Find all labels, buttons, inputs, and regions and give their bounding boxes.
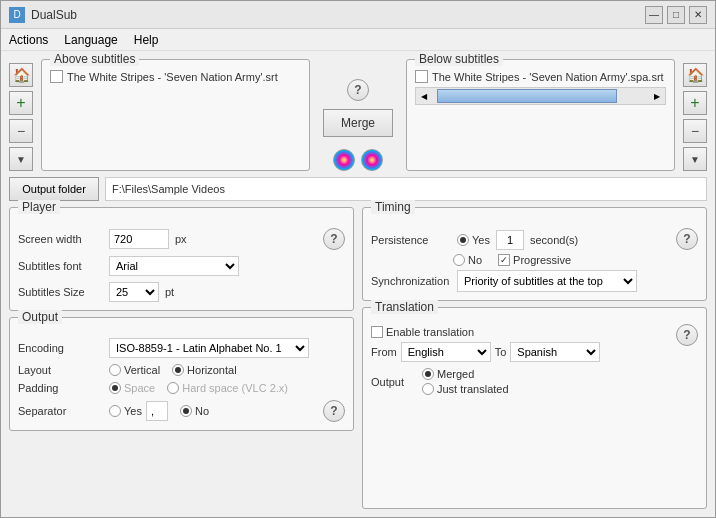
screen-width-label: Screen width [18, 233, 103, 245]
persistence-row: Persistence Yes second(s) [371, 230, 637, 250]
output-merged-radio[interactable] [422, 368, 434, 380]
subtitles-font-select[interactable]: Arial [109, 256, 239, 276]
from-to-row: From English To Spanish [371, 342, 600, 362]
translation-help-button[interactable]: ? [676, 324, 698, 346]
menu-language[interactable]: Language [56, 31, 125, 49]
right-up-button[interactable]: 🏠 [683, 63, 707, 87]
padding-hard-space-label: Hard space (VLC 2.x) [182, 382, 288, 394]
color-picker-above[interactable] [333, 149, 355, 171]
color-picker-below[interactable] [361, 149, 383, 171]
player-group: Player Screen width px ? Subtitles font … [9, 207, 354, 311]
output-just-translated-radio[interactable] [422, 383, 434, 395]
layout-horizontal-radio[interactable] [172, 364, 184, 376]
below-subtitle-checkbox[interactable] [415, 70, 428, 83]
encoding-row: Encoding ISO-8859-1 - Latin Alphabet No.… [18, 338, 345, 358]
left-up-button[interactable]: 🏠 [9, 63, 33, 87]
persistence-yes-radio[interactable] [457, 234, 469, 246]
player-label: Player [18, 200, 60, 214]
separator-yes-label: Yes [124, 405, 142, 417]
separator-no-radio[interactable] [180, 405, 192, 417]
from-language-select[interactable]: English [401, 342, 491, 362]
minimize-button[interactable]: — [645, 6, 663, 24]
from-label: From [371, 346, 397, 358]
right-down-button[interactable]: ▼ [683, 147, 707, 171]
enable-translation-option[interactable]: Enable translation [371, 326, 600, 338]
timing-left: Persistence Yes second(s) [371, 226, 637, 292]
separator-yes-option[interactable]: Yes [109, 405, 142, 417]
persistence-no-label: No [468, 254, 482, 266]
left-down-button[interactable]: ▼ [9, 147, 33, 171]
right-remove-button[interactable]: − [683, 119, 707, 143]
above-subtitle-filename: The White Stripes - 'Seven Nation Army'.… [67, 71, 278, 83]
scroll-thumb[interactable] [437, 89, 617, 103]
subtitles-size-row: Subtitles Size 25 pt [18, 282, 345, 302]
output-merged-option[interactable]: Merged [422, 368, 509, 380]
maximize-button[interactable]: □ [667, 6, 685, 24]
right-add-button[interactable]: + [683, 91, 707, 115]
persistence-no-radio[interactable] [453, 254, 465, 266]
separator-yes-radio[interactable] [109, 405, 121, 417]
encoding-select[interactable]: ISO-8859-1 - Latin Alphabet No. 1 [109, 338, 309, 358]
persistence-label: Persistence [371, 234, 451, 246]
output-help-button[interactable]: ? [323, 400, 345, 422]
scroll-track[interactable] [432, 88, 649, 104]
menu-actions[interactable]: Actions [1, 31, 56, 49]
padding-space-radio[interactable] [109, 382, 121, 394]
timing-help-button[interactable]: ? [676, 228, 698, 250]
synchronization-row: Synchronization Priority of subtitles at… [371, 270, 637, 292]
persistence-value-input[interactable] [496, 230, 524, 250]
to-language-select[interactable]: Spanish [510, 342, 600, 362]
merge-button[interactable]: Merge [323, 109, 393, 137]
layout-vertical-option[interactable]: Vertical [109, 364, 160, 376]
player-help-button[interactable]: ? [323, 228, 345, 250]
timing-group: Timing Persistence Yes second(s) [362, 207, 707, 301]
left-remove-button[interactable]: − [9, 119, 33, 143]
translation-output-label: Output [371, 376, 416, 388]
left-add-button[interactable]: + [9, 91, 33, 115]
layout-radio-group: Vertical Horizontal [109, 364, 237, 376]
persistence-no-row: No ✓ Progressive [453, 254, 637, 266]
subtitle-help-button[interactable]: ? [347, 79, 369, 101]
progressive-option[interactable]: ✓ Progressive [498, 254, 571, 266]
enable-translation-checkbox[interactable] [371, 326, 383, 338]
timing-label: Timing [371, 200, 415, 214]
output-folder-row: Output folder [9, 177, 707, 201]
output-folder-path[interactable] [105, 177, 707, 201]
below-subtitles-group: Below subtitles The White Stripes - 'Sev… [406, 59, 675, 171]
output-group: Output Encoding ISO-8859-1 - Latin Alpha… [9, 317, 354, 431]
separator-label: Separator [18, 405, 103, 417]
subtitles-size-select[interactable]: 25 [109, 282, 159, 302]
translation-group: Translation Enable translation From Engl… [362, 307, 707, 509]
separator-value-input[interactable] [146, 401, 168, 421]
translation-output-row: Output Merged Just translated [371, 368, 600, 395]
bottom-section: Player Screen width px ? Subtitles font … [9, 207, 707, 509]
padding-hard-space-option[interactable]: Hard space (VLC 2.x) [167, 382, 288, 394]
padding-row: Padding Space Hard space (VLC 2.x) [18, 382, 345, 394]
scroll-right-arrow[interactable]: ▶ [649, 88, 665, 104]
px-label: px [175, 233, 187, 245]
menu-help[interactable]: Help [126, 31, 167, 49]
layout-vertical-radio[interactable] [109, 364, 121, 376]
output-just-translated-option[interactable]: Just translated [422, 383, 509, 395]
below-subtitle-scrollbar[interactable]: ◀ ▶ [415, 87, 666, 105]
enable-translation-label: Enable translation [386, 326, 474, 338]
persistence-no-option[interactable]: No [453, 254, 482, 266]
screen-width-input[interactable] [109, 229, 169, 249]
right-bottom-panels: Timing Persistence Yes second(s) [362, 207, 707, 509]
separator-no-option[interactable]: No [180, 405, 209, 417]
persistence-yes-option[interactable]: Yes [457, 234, 490, 246]
above-subtitle-checkbox[interactable] [50, 70, 63, 83]
padding-space-option[interactable]: Space [109, 382, 155, 394]
scroll-left-arrow[interactable]: ◀ [416, 88, 432, 104]
layout-horizontal-option[interactable]: Horizontal [172, 364, 237, 376]
padding-label: Padding [18, 382, 103, 394]
synchronization-select[interactable]: Priority of subtitles at the top [457, 270, 637, 292]
window-title: DualSub [31, 8, 645, 22]
output-just-translated-label: Just translated [437, 383, 509, 395]
progressive-checkbox[interactable]: ✓ [498, 254, 510, 266]
close-button[interactable]: ✕ [689, 6, 707, 24]
padding-hard-space-radio[interactable] [167, 382, 179, 394]
output-folder-button[interactable]: Output folder [9, 177, 99, 201]
layout-label: Layout [18, 364, 103, 376]
to-label: To [495, 346, 507, 358]
